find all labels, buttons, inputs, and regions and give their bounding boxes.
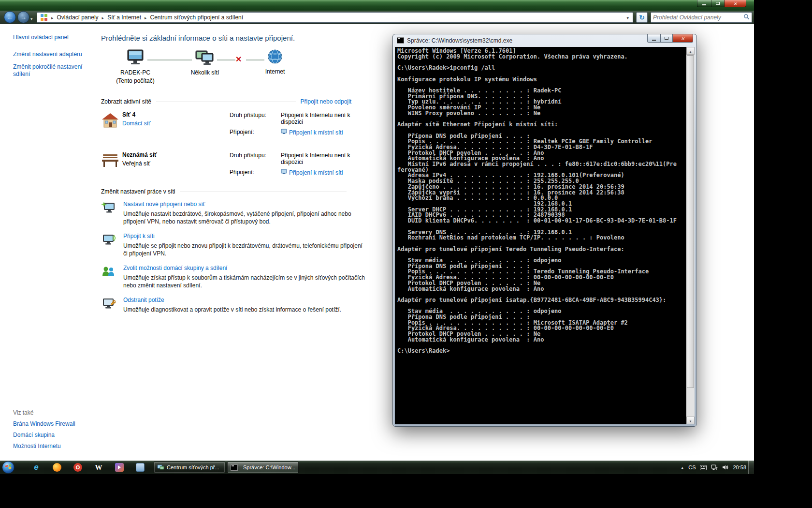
taskbar-firefox-icon[interactable] bbox=[49, 462, 65, 473]
sidebar-item-internet-options[interactable]: Možnosti Internetu bbox=[13, 443, 86, 450]
active-networks-list: Síť 4 Domácí síť Druh přístupu: Připojen… bbox=[101, 105, 351, 185]
task-homegroup-sharing-link[interactable]: Zvolit možnosti domácí skupiny a sdílení bbox=[123, 265, 367, 271]
network-connection-icon bbox=[281, 129, 287, 136]
map-connection-line bbox=[217, 60, 235, 60]
scroll-up-button[interactable] bbox=[686, 47, 695, 55]
console-output: Microsoft Windows [Verze 6.1.7601] Copyr… bbox=[397, 48, 677, 354]
system-tray: CS 20:58 bbox=[681, 461, 746, 474]
taskbar-button-label: Centrum síťových př... bbox=[167, 464, 219, 470]
maximize-icon bbox=[716, 2, 720, 5]
homegroup-icon bbox=[101, 265, 123, 289]
access-type-value: Připojení k Internetu není k dispozici bbox=[281, 112, 351, 125]
image-viewer-icon bbox=[136, 463, 145, 472]
cmd-close-button[interactable] bbox=[673, 34, 693, 43]
local-area-connection-link[interactable]: Připojení k místní síti bbox=[281, 169, 343, 176]
back-button[interactable] bbox=[4, 11, 16, 23]
explorer-navbar: Ovládací panely Síť a Internet Centrum s… bbox=[0, 11, 754, 24]
map-internet-label: Internet bbox=[246, 68, 304, 75]
task-new-connection: Nastavit nové připojení nebo síť Umožňuj… bbox=[101, 201, 372, 225]
sidebar-item-homegroup[interactable]: Domácí skupina bbox=[13, 432, 86, 439]
taskbar-internet-explorer-icon[interactable]: e bbox=[28, 462, 44, 473]
access-type-label: Druh přístupu: bbox=[230, 152, 281, 165]
minimize-button[interactable] bbox=[697, 0, 711, 7]
connect-to-network-icon bbox=[101, 233, 123, 257]
forward-button[interactable] bbox=[17, 11, 29, 23]
taskbar-button-label: Správce: C:\Window... bbox=[243, 464, 295, 470]
sidebar-item-windows-firewall[interactable]: Brána Windows Firewall bbox=[13, 420, 86, 428]
active-networks-header: Zobrazit aktivní sítě Připojit nebo odpo… bbox=[101, 98, 351, 105]
volume-icon[interactable] bbox=[722, 464, 728, 470]
local-area-connection-link[interactable]: Připojení k místní síti bbox=[281, 129, 343, 136]
refresh-button[interactable] bbox=[636, 12, 648, 23]
task-list: Nastavit nové připojení nebo síť Umožňuj… bbox=[101, 201, 372, 314]
breadcrumb[interactable]: Ovládací panely Síť a Internet Centrum s… bbox=[37, 12, 633, 23]
language-indicator[interactable]: CS bbox=[688, 464, 696, 470]
show-desktop-button[interactable] bbox=[748, 461, 754, 474]
map-networks-label: Několik sítí bbox=[176, 69, 234, 76]
task-homegroup-sharing: Zvolit možnosti domácí skupiny a sdílení… bbox=[101, 265, 372, 289]
see-also-header: Viz také bbox=[13, 409, 86, 416]
search-icon[interactable] bbox=[743, 14, 750, 21]
clock[interactable]: 20:58 bbox=[733, 464, 746, 470]
breadcrumb-separator-icon[interactable] bbox=[49, 14, 56, 21]
minimize-icon bbox=[652, 40, 656, 41]
maximize-button[interactable] bbox=[711, 0, 725, 7]
network-connection-icon bbox=[281, 169, 287, 176]
scrollbar-thumb[interactable] bbox=[687, 55, 694, 388]
connect-disconnect-link[interactable]: Připojit nebo odpojit bbox=[301, 98, 351, 105]
taskbar-button-cmd[interactable]: Správce: C:\Window... bbox=[227, 462, 299, 473]
taskbar-wikipedia-icon[interactable]: W bbox=[90, 462, 107, 473]
taskbar-media-player-icon[interactable] bbox=[111, 462, 128, 473]
network-row-public: Neznámá síť Veřejná síť Druh přístupu: P… bbox=[101, 145, 351, 185]
connection-label: Připojení: bbox=[230, 129, 281, 136]
cmd-icon bbox=[231, 464, 238, 471]
taskbar-opera-icon[interactable]: O bbox=[70, 462, 86, 473]
task-connect-to-network-link[interactable]: Připojit k síti bbox=[123, 233, 367, 239]
scroll-down-button[interactable] bbox=[686, 417, 695, 424]
chevron-down-icon bbox=[689, 417, 692, 424]
network-tray-icon[interactable] bbox=[711, 464, 718, 470]
sidebar-item-control-panel-home[interactable]: Hlavní ovládací panel bbox=[13, 34, 86, 41]
task-new-connection-link[interactable]: Nastavit nové připojení nebo síť bbox=[123, 201, 367, 208]
console-viewport[interactable]: Microsoft Windows [Verze 6.1.7601] Copyr… bbox=[395, 47, 695, 424]
network-type-link[interactable]: Domácí síť bbox=[122, 120, 151, 127]
breadcrumb-separator-icon[interactable] bbox=[100, 14, 107, 21]
breadcrumb-segment-control-panel[interactable]: Ovládací panely bbox=[56, 13, 100, 22]
taskbar-image-viewer-icon[interactable] bbox=[132, 462, 148, 473]
search-box[interactable] bbox=[651, 12, 752, 23]
recent-pages-chevron-icon[interactable] bbox=[30, 15, 33, 22]
network-name: Neznámá síť bbox=[122, 151, 157, 158]
input-indicator-icon[interactable] bbox=[700, 465, 707, 470]
minimize-icon bbox=[702, 4, 706, 5]
console-scrollbar[interactable] bbox=[686, 47, 695, 424]
no-internet-x-icon bbox=[235, 55, 242, 64]
divider bbox=[180, 192, 347, 192]
start-button[interactable] bbox=[2, 461, 14, 474]
search-input[interactable] bbox=[653, 13, 743, 22]
cmd-minimize-button[interactable] bbox=[647, 34, 660, 43]
sidebar-item-change-adapter-settings[interactable]: Změnit nastavení adaptéru bbox=[13, 51, 86, 58]
explorer-titlebar[interactable] bbox=[0, 0, 754, 11]
address-dropdown-chevron-icon[interactable] bbox=[624, 14, 631, 21]
window-icon bbox=[157, 464, 164, 471]
sidebar-item-advanced-sharing-settings[interactable]: Změnit pokročilé nastavení sdílení bbox=[13, 63, 86, 78]
cmd-titlebar[interactable]: Správce: C:\Windows\system32\cmd.exe bbox=[393, 34, 696, 46]
close-icon bbox=[681, 35, 685, 42]
breadcrumb-separator-icon[interactable] bbox=[142, 14, 149, 21]
local-area-connection-label: Připojení k místní síti bbox=[289, 169, 343, 176]
taskbar-button-network-center[interactable]: Centrum síťových př... bbox=[154, 462, 225, 473]
task-new-connection-desc: Umožňuje nastavit bezdrátové, širokopásm… bbox=[123, 210, 367, 225]
firefox-icon bbox=[53, 463, 61, 472]
internet-globe-icon bbox=[267, 60, 283, 67]
breadcrumb-segment-network-sharing-center[interactable]: Centrum síťových připojení a sdílení bbox=[149, 13, 245, 22]
show-hidden-icons-button[interactable] bbox=[681, 466, 684, 469]
refresh-icon bbox=[639, 14, 645, 21]
cmd-maximize-button[interactable] bbox=[660, 34, 673, 43]
breadcrumb-segment-network-internet[interactable]: Síť a Internet bbox=[106, 13, 142, 22]
access-type-value: Připojení k Internetu není k dispozici bbox=[281, 152, 351, 165]
access-type-label: Druh přístupu: bbox=[230, 112, 281, 125]
task-troubleshoot-link[interactable]: Odstranit potíže bbox=[123, 297, 367, 303]
home-network-icon bbox=[101, 111, 122, 139]
close-button[interactable] bbox=[725, 0, 746, 7]
task-connect-to-network-desc: Umožňuje se připojit nebo znovu připojit… bbox=[123, 242, 367, 257]
